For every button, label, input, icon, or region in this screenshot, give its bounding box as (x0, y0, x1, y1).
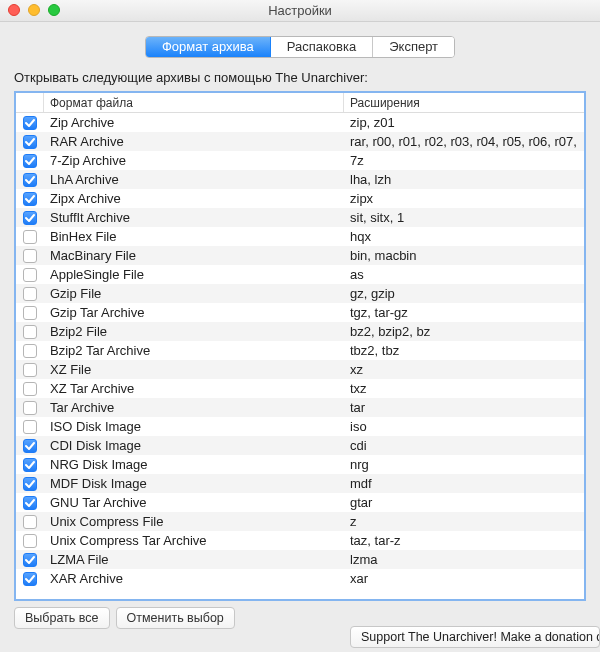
table-row[interactable]: Zipx Archivezipx (16, 189, 584, 208)
table-row[interactable]: XZ Filexz (16, 360, 584, 379)
table-row[interactable]: Bzip2 Tar Archivetbz2, tbz (16, 341, 584, 360)
row-checkbox-cell (16, 113, 44, 132)
tab-unpack[interactable]: Распаковка (271, 37, 373, 57)
row-checkbox[interactable] (23, 325, 37, 339)
row-extensions: tbz2, tbz (344, 341, 584, 360)
row-format-name: Bzip2 Tar Archive (44, 341, 344, 360)
table-row[interactable]: Unix Compress Filez (16, 512, 584, 531)
row-checkbox-cell (16, 265, 44, 284)
row-checkbox-cell (16, 132, 44, 151)
row-format-name: MDF Disk Image (44, 474, 344, 493)
row-checkbox-cell (16, 360, 44, 379)
table-row[interactable]: StuffIt Archivesit, sitx, 1 (16, 208, 584, 227)
row-checkbox[interactable] (23, 553, 37, 567)
row-checkbox-cell (16, 303, 44, 322)
row-checkbox-cell (16, 417, 44, 436)
close-icon[interactable] (8, 4, 20, 16)
table-row[interactable]: XZ Tar Archivetxz (16, 379, 584, 398)
table-row[interactable]: Gzip Filegz, gzip (16, 284, 584, 303)
row-checkbox[interactable] (23, 534, 37, 548)
row-checkbox[interactable] (23, 230, 37, 244)
row-format-name: XAR Archive (44, 569, 344, 588)
row-checkbox[interactable] (23, 363, 37, 377)
table-row[interactable]: CDI Disk Imagecdi (16, 436, 584, 455)
row-extensions: tgz, tar-gz (344, 303, 584, 322)
row-checkbox[interactable] (23, 401, 37, 415)
row-checkbox[interactable] (23, 173, 37, 187)
minimize-icon[interactable] (28, 4, 40, 16)
row-extensions: bz2, bzip2, bz (344, 322, 584, 341)
table-row[interactable]: Gzip Tar Archivetgz, tar-gz (16, 303, 584, 322)
select-all-button[interactable]: Выбрать все (14, 607, 110, 629)
row-checkbox[interactable] (23, 116, 37, 130)
row-extensions: txz (344, 379, 584, 398)
row-extensions: tar (344, 398, 584, 417)
col-checkbox[interactable] (16, 93, 44, 112)
row-checkbox[interactable] (23, 382, 37, 396)
row-checkbox-cell (16, 379, 44, 398)
table-row[interactable]: Tar Archivetar (16, 398, 584, 417)
tab-expert[interactable]: Эксперт (373, 37, 454, 57)
row-checkbox[interactable] (23, 572, 37, 586)
table-row[interactable]: MDF Disk Imagemdf (16, 474, 584, 493)
row-checkbox[interactable] (23, 211, 37, 225)
deselect-all-button[interactable]: Отменить выбор (116, 607, 235, 629)
formats-table[interactable]: Формат файла Расширения Zip Archivezip, … (14, 91, 586, 601)
row-format-name: Unix Compress File (44, 512, 344, 531)
row-format-name: Zipx Archive (44, 189, 344, 208)
row-format-name: Tar Archive (44, 398, 344, 417)
row-checkbox-cell (16, 246, 44, 265)
tab-archive-format[interactable]: Формат архива (146, 37, 271, 57)
row-checkbox[interactable] (23, 135, 37, 149)
table-row[interactable]: AppleSingle Fileas (16, 265, 584, 284)
row-extensions: 7z (344, 151, 584, 170)
col-ext[interactable]: Расширения (344, 93, 584, 112)
table-row[interactable]: NRG Disk Imagenrg (16, 455, 584, 474)
row-extensions: lha, lzh (344, 170, 584, 189)
row-format-name: GNU Tar Archive (44, 493, 344, 512)
table-row[interactable]: ISO Disk Imageiso (16, 417, 584, 436)
row-checkbox-cell (16, 569, 44, 588)
table-row[interactable]: 7-Zip Archive7z (16, 151, 584, 170)
row-checkbox[interactable] (23, 477, 37, 491)
row-checkbox[interactable] (23, 306, 37, 320)
support-area: Support The Unarchiver! Make a donation … (350, 626, 600, 648)
row-extensions: rar, r00, r01, r02, r03, r04, r05, r06, … (344, 132, 584, 151)
row-checkbox[interactable] (23, 154, 37, 168)
tab-bar: Формат архива Распаковка Эксперт (14, 36, 586, 58)
row-extensions: xar (344, 569, 584, 588)
row-checkbox[interactable] (23, 458, 37, 472)
row-checkbox-cell (16, 322, 44, 341)
row-format-name: AppleSingle File (44, 265, 344, 284)
zoom-icon[interactable] (48, 4, 60, 16)
table-row[interactable]: BinHex Filehqx (16, 227, 584, 246)
row-checkbox[interactable] (23, 344, 37, 358)
table-row[interactable]: Unix Compress Tar Archivetaz, tar-z (16, 531, 584, 550)
support-button[interactable]: Support The Unarchiver! Make a donation … (350, 626, 600, 648)
row-checkbox[interactable] (23, 515, 37, 529)
table-row[interactable]: LZMA Filelzma (16, 550, 584, 569)
row-checkbox[interactable] (23, 192, 37, 206)
table-row[interactable]: MacBinary Filebin, macbin (16, 246, 584, 265)
row-checkbox[interactable] (23, 287, 37, 301)
row-checkbox[interactable] (23, 496, 37, 510)
row-extensions: cdi (344, 436, 584, 455)
row-checkbox-cell (16, 189, 44, 208)
table-row[interactable]: LhA Archivelha, lzh (16, 170, 584, 189)
row-checkbox-cell (16, 531, 44, 550)
table-row[interactable]: Bzip2 Filebz2, bzip2, bz (16, 322, 584, 341)
row-checkbox[interactable] (23, 439, 37, 453)
col-format[interactable]: Формат файла (44, 93, 344, 112)
row-format-name: LZMA File (44, 550, 344, 569)
table-row[interactable]: RAR Archiverar, r00, r01, r02, r03, r04,… (16, 132, 584, 151)
row-checkbox[interactable] (23, 268, 37, 282)
row-checkbox-cell (16, 341, 44, 360)
table-header: Формат файла Расширения (16, 93, 584, 113)
table-row[interactable]: XAR Archivexar (16, 569, 584, 588)
row-checkbox[interactable] (23, 420, 37, 434)
table-row[interactable]: GNU Tar Archivegtar (16, 493, 584, 512)
table-row[interactable]: Zip Archivezip, z01 (16, 113, 584, 132)
row-extensions: taz, tar-z (344, 531, 584, 550)
row-format-name: MacBinary File (44, 246, 344, 265)
row-checkbox[interactable] (23, 249, 37, 263)
